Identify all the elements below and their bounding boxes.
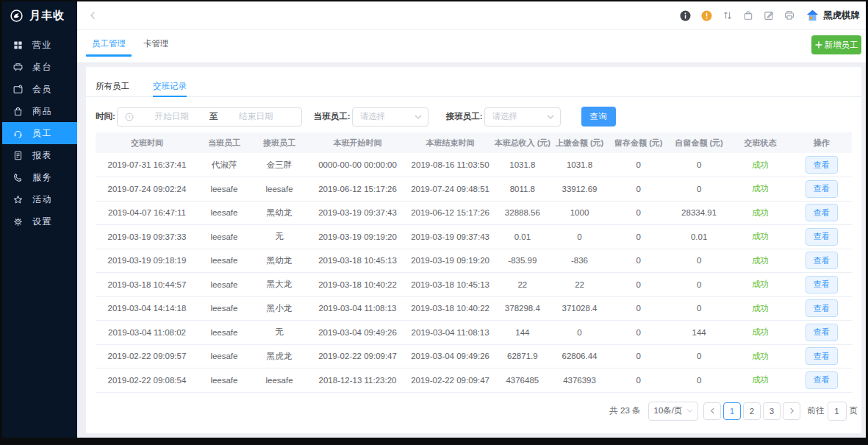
table-header: 交班时间当班员工接班员工本班开始时间本班结束时间本班总收入 (元)上缴金额 (元… bbox=[96, 132, 852, 153]
back-chevron-icon[interactable] bbox=[89, 11, 98, 20]
table-cell: leesafe bbox=[198, 225, 250, 249]
action-cell: 查看 bbox=[792, 273, 852, 297]
chevron-down-icon bbox=[686, 409, 693, 413]
view-button[interactable]: 查看 bbox=[806, 180, 838, 198]
onduty-select[interactable]: 请选择 bbox=[352, 107, 428, 127]
content-card: 所有员工 交班记录 时间: 开始日期 至 结束日期 当班员工: 请选择 接班员工… bbox=[86, 67, 861, 433]
subtab-all-staff[interactable]: 所有员工 bbox=[96, 80, 129, 96]
table-cell: 无 bbox=[250, 321, 309, 345]
action-cell: 查看 bbox=[792, 321, 852, 345]
table-cell: 0 bbox=[669, 296, 729, 321]
service-phone-icon bbox=[13, 173, 23, 182]
table-row: 2019-03-19 09:37:33leesafe无2019-03-19 09… bbox=[96, 225, 852, 249]
table-cell: 2019-03-19 09:37:43 bbox=[309, 201, 406, 225]
chevron-left-icon bbox=[710, 407, 715, 414]
table-cell: 2019-03-18 10:44:57 bbox=[96, 273, 198, 297]
table-cell: 2019-03-19 09:19:20 bbox=[309, 225, 406, 249]
sidebar-item-shangpin[interactable]: 商品 bbox=[2, 100, 77, 122]
page-button-2[interactable]: 2 bbox=[743, 402, 761, 420]
shift-status: 成功 bbox=[729, 296, 791, 321]
sidebar-item-shezhi[interactable]: 设置 bbox=[2, 210, 77, 232]
start-date-placeholder: 开始日期 bbox=[134, 111, 209, 122]
table-cell: 0 bbox=[609, 153, 669, 177]
next-page-button[interactable] bbox=[783, 402, 800, 420]
table-cell: 黑虎龙 bbox=[250, 344, 309, 369]
bag-icon[interactable] bbox=[743, 10, 753, 21]
table-cell: 62871.9 bbox=[494, 344, 550, 369]
table-cell: 2019-03-19 09:37:43 bbox=[406, 225, 494, 249]
time-filter-label: 时间: bbox=[96, 111, 115, 122]
view-button[interactable]: 查看 bbox=[806, 204, 838, 221]
page-button-1[interactable]: 1 bbox=[723, 402, 741, 420]
takeover-select[interactable]: 请选择 bbox=[484, 107, 561, 127]
table-wrap: 交班时间当班员工接班员工本班开始时间本班结束时间本班总收入 (元)上缴金额 (元… bbox=[86, 132, 861, 393]
info-icon[interactable] bbox=[680, 10, 691, 21]
printer-icon[interactable] bbox=[784, 10, 795, 21]
sidebar-item-yingye[interactable]: 营业 bbox=[2, 34, 77, 56]
shift-status: 成功 bbox=[729, 344, 791, 369]
page-button-3[interactable]: 3 bbox=[763, 402, 781, 420]
table-cell: leesafe bbox=[198, 296, 250, 321]
table-cell: 2018-12-13 11:23:20 bbox=[309, 369, 406, 393]
view-button[interactable]: 查看 bbox=[806, 156, 838, 174]
table-row: 2019-03-19 09:18:19leesafe黑幼龙2019-03-18 … bbox=[96, 249, 852, 273]
tab-card-management[interactable]: 卡管理 bbox=[137, 30, 175, 57]
table-cell: 0.01 bbox=[669, 225, 729, 249]
table-cell: 28334.91 bbox=[669, 201, 729, 225]
view-button[interactable]: 查看 bbox=[806, 324, 838, 341]
sidebar-item-baobiao[interactable]: 报表 bbox=[2, 144, 77, 166]
goto-page-input[interactable] bbox=[828, 402, 847, 421]
shift-status: 成功 bbox=[729, 249, 791, 273]
prev-page-button[interactable] bbox=[703, 402, 721, 420]
table-cell: leesafe bbox=[198, 321, 250, 345]
view-button[interactable]: 查看 bbox=[806, 347, 838, 365]
sort-arrows-icon[interactable] bbox=[722, 10, 733, 21]
table-cell: 0 bbox=[609, 225, 669, 249]
table-cell: 2019-03-18 10:40:22 bbox=[309, 273, 406, 297]
view-button[interactable]: 查看 bbox=[806, 252, 838, 269]
table-cell: 0 bbox=[609, 177, 669, 202]
table-cell: 0 bbox=[609, 273, 669, 297]
table-body: 2019-07-31 16:37:41代淑萍金三胖0000-00-00 00:0… bbox=[96, 153, 852, 392]
date-range-input[interactable]: 开始日期 至 结束日期 bbox=[117, 107, 302, 127]
action-cell: 查看 bbox=[792, 153, 852, 177]
table-cell: 2019-03-18 10:40:22 bbox=[406, 296, 494, 321]
table-cell: 黑幼龙 bbox=[250, 249, 309, 273]
action-cell: 查看 bbox=[792, 225, 852, 249]
sidebar-item-zhuotai[interactable]: 桌台 bbox=[2, 56, 77, 78]
tab-staff-management[interactable]: 员工管理 bbox=[86, 30, 132, 57]
view-button[interactable]: 查看 bbox=[806, 299, 838, 317]
table-row: 2019-03-04 14:14:18leesafe黑小龙2019-03-04 … bbox=[96, 296, 852, 321]
table-cell: 2019-03-04 09:49:26 bbox=[406, 344, 494, 369]
sidebar-item-yuangong[interactable]: 员工 bbox=[2, 122, 77, 144]
column-header: 本班开始时间 bbox=[309, 132, 406, 153]
sidebar-item-huodong[interactable]: 活动 bbox=[2, 188, 77, 210]
view-button[interactable]: 查看 bbox=[806, 276, 838, 293]
subtab-shift-records[interactable]: 交班记录 bbox=[153, 80, 187, 96]
view-button[interactable]: 查看 bbox=[806, 371, 838, 389]
page-size-select[interactable]: 10条/页 bbox=[648, 402, 698, 421]
table-row: 2019-02-22 09:08:54leesafeleesafe2018-12… bbox=[96, 369, 852, 393]
shift-status: 成功 bbox=[729, 177, 791, 202]
sidebar-item-fuwu[interactable]: 服务 bbox=[2, 166, 77, 188]
brand-logo-icon bbox=[10, 10, 23, 22]
table-cell: leesafe bbox=[198, 201, 250, 225]
table-row: 2019-03-18 10:44:57leesafe黑大龙2019-03-18 … bbox=[96, 273, 852, 297]
add-staff-button[interactable]: 新增员工 bbox=[811, 35, 861, 54]
table-cell: leesafe bbox=[198, 344, 250, 369]
view-button[interactable]: 查看 bbox=[806, 228, 838, 246]
table-cell: 8011.8 bbox=[494, 177, 550, 202]
warning-icon[interactable] bbox=[701, 10, 712, 21]
table-cell: 2019-04-07 16:47:11 bbox=[96, 201, 198, 225]
table-cell: 4376393 bbox=[550, 369, 608, 393]
table-cell: 2019-08-16 11:03:50 bbox=[406, 153, 494, 177]
search-button[interactable]: 查询 bbox=[581, 107, 616, 127]
table-cell: 0 bbox=[669, 369, 729, 393]
store-switcher[interactable]: 黑虎棋牌 bbox=[806, 10, 860, 22]
sidebar-item-huiyuan[interactable]: 会员 bbox=[2, 78, 77, 100]
edit-icon[interactable] bbox=[764, 10, 774, 21]
action-cell: 查看 bbox=[792, 249, 852, 273]
table-cell: 0 bbox=[609, 296, 669, 321]
action-cell: 查看 bbox=[792, 177, 852, 202]
table-cell: 黑幼龙 bbox=[250, 201, 309, 225]
